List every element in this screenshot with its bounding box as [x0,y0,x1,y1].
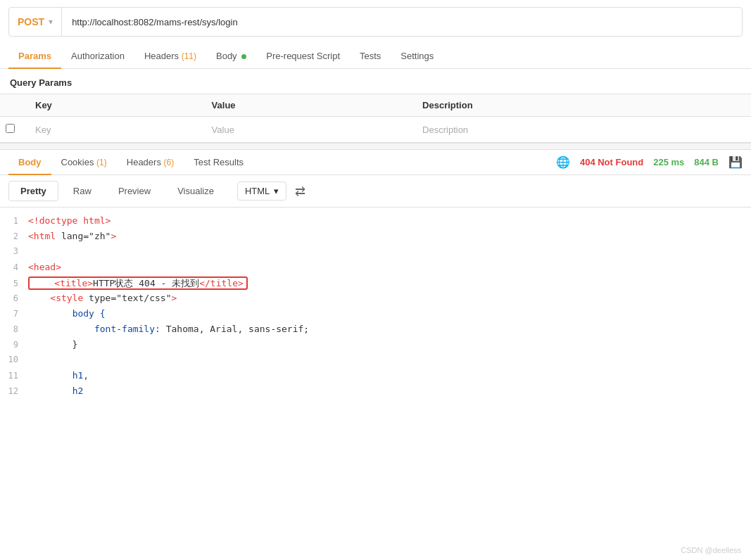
key-cell[interactable]: Key [25,117,202,143]
method-selector[interactable]: POST ▾ [9,8,62,36]
line-number: 7 [0,309,28,319]
code-line: 9 } [0,338,751,354]
code-line: 11 h1, [0,369,751,385]
line-number: 11 [0,371,28,381]
description-header: Description [412,94,751,117]
line-content: h2 [28,386,751,396]
response-size: 844 B [694,157,719,167]
method-label: POST [18,16,44,27]
code-line: 5 <title>HTTP状态 404 - 未找到</title> [0,276,751,292]
code-line: 7 body { [0,307,751,323]
code-line: 3 [0,246,751,261]
line-number: 12 [0,386,28,396]
row-checkbox-input[interactable] [6,124,15,133]
line-number: 2 [0,231,28,241]
line-content: body { [28,308,751,319]
chevron-lang-icon: ▾ [274,186,279,196]
line-number: 4 [0,262,28,272]
response-headers-badge: (6) [164,158,175,167]
line-number: 6 [0,293,28,303]
format-tab-pretty[interactable]: Pretty [8,181,58,201]
code-line: 12 h2 [0,385,751,400]
line-number: 8 [0,324,28,334]
chevron-down-icon: ▾ [49,17,53,27]
response-status: 🌐 404 Not Found 225 ms 844 B 💾 [556,151,743,173]
line-content: <html lang="zh"> [28,231,751,241]
status-text: 404 Not Found [580,157,643,167]
lang-selector[interactable]: HTML ▾ [237,182,286,201]
save-response-icon[interactable]: 💾 [728,155,743,169]
tab-test-results[interactable]: Test Results [184,150,253,174]
tab-response-headers[interactable]: Headers (6) [117,150,184,174]
value-header: Value [202,94,412,117]
url-bar: POST ▾ [8,7,743,37]
tab-settings[interactable]: Settings [391,44,443,68]
code-line: 1<!doctype html> [0,215,751,230]
tab-body[interactable]: Body [206,44,256,68]
code-line: 2<html lang="zh"> [0,230,751,246]
line-content: <title>HTTP状态 404 - 未找到</title> [28,277,751,290]
line-number: 3 [0,246,28,256]
format-tab-raw[interactable]: Raw [61,181,103,201]
response-time: 225 ms [653,157,684,167]
value-cell[interactable]: Value [202,117,412,143]
checkbox-col-header [0,94,25,117]
line-content: font-family: Tahoma, Arial, sans-serif; [28,324,751,334]
code-line: 10 [0,354,751,369]
body-dot [241,54,246,59]
query-params-title: Query Params [0,69,751,94]
tab-params[interactable]: Params [8,44,61,68]
highlighted-line: <title>HTTP状态 404 - 未找到</title> [28,276,248,290]
table-row: Key Value Description [0,117,751,143]
tab-authorization[interactable]: Authorization [61,44,134,68]
tab-headers[interactable]: Headers (11) [134,44,206,68]
request-tabs: Params Authorization Headers (11) Body P… [0,44,751,69]
line-content: <!doctype html> [28,215,751,226]
line-number: 5 [0,279,28,288]
line-content: h1, [28,370,751,381]
tab-cookies[interactable]: Cookies (1) [51,150,117,174]
line-number: 9 [0,340,28,350]
url-input[interactable] [62,17,742,27]
params-table: Key Value Description Key Value Descript… [0,94,751,143]
section-divider [0,143,751,150]
cookies-badge: (1) [96,158,107,167]
format-tab-visualize[interactable]: Visualize [165,181,226,201]
line-content: } [28,339,751,350]
tab-tests[interactable]: Tests [350,44,391,68]
row-checkbox[interactable] [0,117,25,143]
wrap-lines-icon[interactable]: ⇄ [295,184,305,199]
code-line: 8 font-family: Tahoma, Arial, sans-serif… [0,323,751,338]
tab-response-body[interactable]: Body [8,150,51,174]
format-tab-preview[interactable]: Preview [106,181,163,201]
line-content: <style type="text/css"> [28,293,751,303]
response-tabs: Body Cookies (1) Headers (6) Test Result… [0,150,751,175]
code-line: 6 <style type="text/css"> [0,292,751,307]
tab-prerequest[interactable]: Pre-request Script [256,44,350,68]
globe-icon: 🌐 [556,155,570,169]
headers-badge: (11) [182,51,196,61]
line-number: 10 [0,355,28,364]
format-tabs-row: Pretty Raw Preview Visualize HTML ▾ ⇄ [0,175,751,208]
code-viewer: 1<!doctype html>2<html lang="zh">34<head… [0,208,751,407]
line-content: <head> [28,262,751,272]
key-header: Key [25,94,202,117]
line-number: 1 [0,216,28,226]
description-cell[interactable]: Description [412,117,751,143]
code-line: 4<head> [0,261,751,276]
